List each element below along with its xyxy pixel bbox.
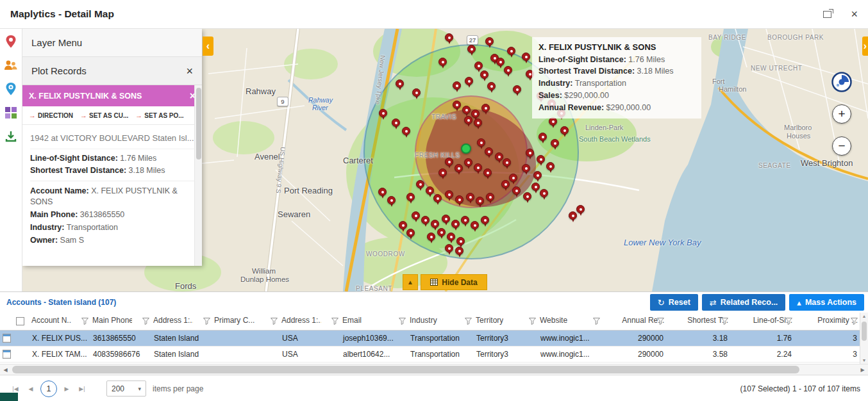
collapse-panel-chevron-icon[interactable]: ‹ — [203, 37, 213, 56]
filter-icon[interactable] — [785, 318, 792, 327]
map-pin[interactable] — [504, 66, 512, 74]
map-pin[interactable] — [474, 163, 482, 172]
filter-icon[interactable] — [203, 318, 210, 327]
record-form-icon[interactable] — [3, 334, 11, 343]
current-page-button[interactable]: 1 — [40, 381, 57, 397]
plot-pin-icon[interactable] — [3, 34, 19, 49]
map-pin[interactable] — [421, 216, 430, 224]
map-pin[interactable] — [481, 104, 490, 112]
layer-menu-header[interactable]: Layer Menu — [22, 29, 202, 57]
scroll-down-icon[interactable]: ▼ — [860, 358, 868, 363]
map-pin[interactable] — [453, 101, 461, 109]
table-cell[interactable]: 3 — [794, 330, 860, 346]
plot-records-header[interactable]: Plot Records × — [22, 57, 202, 85]
people-group-icon[interactable] — [3, 58, 19, 73]
column-header[interactable]: Annual Re... — [602, 313, 666, 330]
filter-icon[interactable] — [851, 318, 858, 327]
column-header[interactable]: Main Phone — [90, 313, 151, 330]
column-header[interactable]: Primary C... — [212, 313, 280, 330]
filter-icon[interactable] — [331, 318, 338, 327]
scrollbar-thumb[interactable] — [196, 88, 201, 160]
map-pin[interactable] — [445, 190, 453, 199]
map-pin[interactable] — [456, 237, 465, 245]
map-pin[interactable] — [451, 220, 460, 228]
map-pin[interactable] — [501, 180, 510, 188]
map-pin[interactable] — [471, 221, 479, 229]
map-pin[interactable] — [523, 192, 531, 201]
column-header[interactable]: Line-of-Si... — [730, 313, 794, 330]
map-pin[interactable] — [538, 133, 547, 141]
table-cell[interactable]: Territory3 — [474, 330, 538, 346]
map-pin[interactable] — [576, 205, 585, 213]
map-pin[interactable] — [526, 149, 534, 157]
column-header[interactable]: Address 1:... — [151, 313, 212, 330]
pin-gear-icon[interactable] — [3, 81, 19, 97]
set-as-current-link[interactable]: →SET AS CU... — [80, 111, 128, 119]
table-cell[interactable]: 40835986676 — [90, 346, 151, 362]
map-pin[interactable] — [477, 138, 485, 147]
page-size-dropdown[interactable]: 200▾ — [106, 381, 146, 397]
map-pin[interactable] — [431, 220, 439, 228]
filter-icon[interactable] — [593, 318, 600, 327]
map-pin[interactable] — [402, 127, 410, 135]
table-cell[interactable]: www.inogic1... — [538, 346, 602, 362]
map-pin[interactable] — [474, 119, 482, 127]
table-cell[interactable]: Staten Island — [151, 330, 212, 346]
map-pin[interactable] — [406, 193, 415, 201]
direction-link[interactable]: →DIRECTION — [29, 111, 73, 119]
table-cell[interactable]: 3613865550 — [90, 330, 151, 346]
map-pin[interactable] — [569, 211, 577, 220]
map-pin[interactable] — [455, 164, 463, 172]
map-pin[interactable] — [496, 58, 505, 66]
select-all-checkbox[interactable] — [16, 317, 24, 325]
map-pin[interactable] — [392, 119, 400, 127]
reset-button[interactable]: ↻Reset — [650, 294, 698, 311]
map-pin[interactable] — [455, 247, 463, 255]
map-canvas[interactable]: X. FELIX PUSTYLNIK & SONS Line-of-Sight … — [22, 29, 868, 291]
table-cell[interactable]: 290000 — [602, 346, 666, 362]
map-pin[interactable] — [447, 233, 455, 241]
map-pin[interactable] — [483, 168, 492, 177]
map-pin[interactable] — [445, 33, 453, 42]
panel-scrollbar[interactable] — [194, 85, 202, 266]
map-pin[interactable] — [487, 82, 496, 90]
collapse-grid-chevron-icon[interactable]: ▲ — [403, 274, 418, 290]
filter-icon[interactable] — [142, 318, 149, 327]
table-cell[interactable]: USA — [280, 346, 340, 362]
map-pin[interactable] — [406, 229, 415, 237]
table-cell[interactable]: joseph10369... — [340, 330, 408, 346]
map-pin[interactable] — [437, 228, 446, 236]
map-pin[interactable] — [471, 110, 480, 118]
map-pin[interactable] — [485, 147, 493, 156]
map-pin[interactable] — [453, 81, 461, 90]
table-cell[interactable]: USA — [280, 330, 340, 346]
map-pin[interactable] — [438, 168, 447, 177]
table-cell[interactable]: 1.76 — [730, 330, 794, 346]
column-header[interactable]: Email — [340, 313, 408, 330]
map-pin[interactable] — [412, 211, 420, 220]
table-cell[interactable]: Staten Island — [151, 346, 212, 362]
map-pin[interactable] — [531, 183, 540, 191]
filter-icon[interactable] — [529, 318, 536, 327]
table-cell[interactable]: Transportation — [408, 346, 474, 362]
map-pin[interactable] — [467, 45, 476, 53]
current-location-pin[interactable] — [461, 143, 471, 154]
related-records-button[interactable]: ⇄Related Reco... — [702, 294, 786, 311]
map-pin[interactable] — [512, 186, 521, 195]
table-row[interactable]: X. FELIX PUS...3613865550Staten IslandUS… — [0, 330, 860, 346]
filter-icon[interactable] — [657, 318, 664, 327]
map-pin[interactable] — [399, 221, 407, 229]
column-header[interactable]: Territory — [474, 313, 538, 330]
map-pin[interactable] — [533, 171, 542, 179]
column-header[interactable]: Shortest T... — [666, 313, 730, 330]
map-pin[interactable] — [445, 158, 453, 166]
column-header[interactable]: Address 1:... — [280, 313, 340, 330]
map-pin[interactable] — [462, 106, 471, 114]
map-pin[interactable] — [426, 186, 434, 195]
scroll-up-icon[interactable]: ▲ — [860, 314, 868, 318]
map-pin[interactable] — [513, 85, 521, 94]
table-cell[interactable]: 290000 — [602, 330, 666, 346]
zoom-out-button[interactable]: − — [832, 136, 851, 156]
map-pin[interactable] — [461, 216, 469, 224]
map-pin[interactable] — [412, 88, 421, 97]
